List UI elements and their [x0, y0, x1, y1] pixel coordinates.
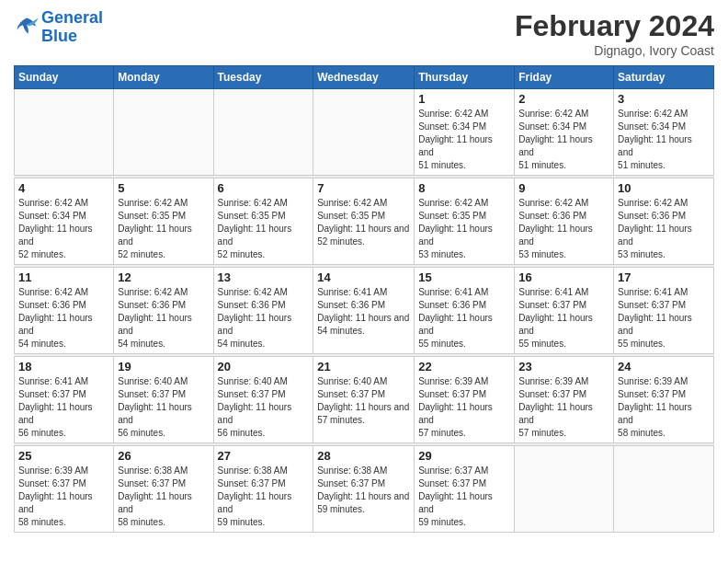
day-info: Sunrise: 6:37 AMSunset: 6:37 PMDaylight:…: [418, 465, 510, 529]
calendar-week-row: 25Sunrise: 6:39 AMSunset: 6:37 PMDayligh…: [15, 446, 714, 533]
day-number: 26: [118, 449, 209, 463]
day-info: Sunrise: 6:39 AMSunset: 6:37 PMDaylight:…: [18, 465, 109, 529]
col-monday: Monday: [114, 66, 213, 89]
title-block: February 2024 Dignago, Ivory Coast: [515, 9, 714, 58]
calendar-cell: [15, 89, 114, 176]
day-info: Sunrise: 6:42 AMSunset: 6:34 PMDaylight:…: [518, 108, 609, 172]
day-number: 17: [618, 270, 710, 284]
day-info: Sunrise: 6:42 AMSunset: 6:34 PMDaylight:…: [618, 108, 710, 172]
day-number: 19: [118, 360, 209, 373]
day-number: 22: [418, 360, 510, 373]
calendar-cell: 2Sunrise: 6:42 AMSunset: 6:34 PMDaylight…: [515, 89, 614, 176]
col-wednesday: Wednesday: [313, 66, 415, 89]
day-number: 21: [317, 360, 410, 373]
calendar-cell: 18Sunrise: 6:41 AMSunset: 6:37 PMDayligh…: [15, 357, 114, 443]
calendar-week-row: 4Sunrise: 6:42 AMSunset: 6:34 PMDaylight…: [15, 178, 714, 265]
day-info: Sunrise: 6:42 AMSunset: 6:36 PMDaylight:…: [18, 286, 109, 350]
day-info: Sunrise: 6:38 AMSunset: 6:37 PMDaylight:…: [317, 465, 410, 516]
day-number: 6: [218, 181, 310, 195]
calendar-cell: 27Sunrise: 6:38 AMSunset: 6:37 PMDayligh…: [213, 446, 313, 533]
day-number: 29: [418, 449, 510, 463]
calendar-cell: 14Sunrise: 6:41 AMSunset: 6:36 PMDayligh…: [313, 268, 415, 354]
calendar-cell: [213, 89, 313, 176]
day-info: Sunrise: 6:42 AMSunset: 6:36 PMDaylight:…: [118, 286, 209, 350]
calendar-cell: 28Sunrise: 6:38 AMSunset: 6:37 PMDayligh…: [313, 446, 415, 533]
day-info: Sunrise: 6:39 AMSunset: 6:37 PMDaylight:…: [418, 375, 510, 440]
day-number: 11: [18, 270, 109, 284]
calendar-cell: 6Sunrise: 6:42 AMSunset: 6:35 PMDaylight…: [213, 178, 313, 265]
calendar-week-row: 11Sunrise: 6:42 AMSunset: 6:36 PMDayligh…: [15, 268, 714, 354]
calendar-cell: 3Sunrise: 6:42 AMSunset: 6:34 PMDaylight…: [614, 89, 714, 176]
day-number: 13: [218, 270, 310, 284]
day-info: Sunrise: 6:38 AMSunset: 6:37 PMDaylight:…: [218, 465, 310, 529]
day-info: Sunrise: 6:40 AMSunset: 6:37 PMDaylight:…: [218, 375, 310, 440]
calendar-cell: 25Sunrise: 6:39 AMSunset: 6:37 PMDayligh…: [15, 446, 114, 533]
calendar-cell: 29Sunrise: 6:37 AMSunset: 6:37 PMDayligh…: [415, 446, 515, 533]
day-number: 1: [418, 92, 510, 106]
calendar-week-row: 18Sunrise: 6:41 AMSunset: 6:37 PMDayligh…: [15, 357, 714, 443]
day-number: 27: [218, 449, 310, 463]
logo-text: GeneralBlue: [41, 9, 103, 46]
day-number: 18: [18, 360, 109, 373]
calendar-cell: 10Sunrise: 6:42 AMSunset: 6:36 PMDayligh…: [614, 178, 714, 265]
col-sunday: Sunday: [15, 66, 114, 89]
day-info: Sunrise: 6:41 AMSunset: 6:37 PMDaylight:…: [618, 286, 710, 350]
day-number: 24: [618, 360, 710, 373]
col-friday: Friday: [515, 66, 614, 89]
calendar-cell: 26Sunrise: 6:38 AMSunset: 6:37 PMDayligh…: [114, 446, 213, 533]
day-info: Sunrise: 6:41 AMSunset: 6:37 PMDaylight:…: [518, 286, 609, 350]
calendar-cell: 5Sunrise: 6:42 AMSunset: 6:35 PMDaylight…: [114, 178, 213, 265]
day-info: Sunrise: 6:41 AMSunset: 6:37 PMDaylight:…: [18, 375, 109, 440]
day-number: 5: [118, 181, 209, 195]
logo-bird-icon: [14, 15, 40, 40]
day-number: 3: [618, 92, 710, 106]
calendar-cell: 19Sunrise: 6:40 AMSunset: 6:37 PMDayligh…: [114, 357, 213, 443]
day-info: Sunrise: 6:40 AMSunset: 6:37 PMDaylight:…: [317, 375, 410, 427]
calendar-cell: 16Sunrise: 6:41 AMSunset: 6:37 PMDayligh…: [515, 268, 614, 354]
day-info: Sunrise: 6:42 AMSunset: 6:35 PMDaylight:…: [218, 197, 310, 261]
day-info: Sunrise: 6:42 AMSunset: 6:35 PMDaylight:…: [418, 197, 510, 261]
calendar-cell: 24Sunrise: 6:39 AMSunset: 6:37 PMDayligh…: [614, 357, 714, 443]
calendar-cell: 12Sunrise: 6:42 AMSunset: 6:36 PMDayligh…: [114, 268, 213, 354]
logo: GeneralBlue: [14, 9, 103, 46]
page-subtitle: Dignago, Ivory Coast: [515, 43, 714, 58]
calendar-cell: 7Sunrise: 6:42 AMSunset: 6:35 PMDaylight…: [313, 178, 415, 265]
calendar-header-row: Sunday Monday Tuesday Wednesday Thursday…: [15, 66, 714, 89]
calendar-cell: 1Sunrise: 6:42 AMSunset: 6:34 PMDaylight…: [415, 89, 515, 176]
day-info: Sunrise: 6:42 AMSunset: 6:36 PMDaylight:…: [518, 197, 609, 261]
calendar-cell: 15Sunrise: 6:41 AMSunset: 6:36 PMDayligh…: [415, 268, 515, 354]
day-number: 8: [418, 181, 510, 195]
day-number: 9: [518, 181, 609, 195]
day-number: 14: [317, 270, 410, 284]
day-info: Sunrise: 6:42 AMSunset: 6:35 PMDaylight:…: [317, 197, 410, 248]
calendar-cell: 13Sunrise: 6:42 AMSunset: 6:36 PMDayligh…: [213, 268, 313, 354]
calendar-cell: 21Sunrise: 6:40 AMSunset: 6:37 PMDayligh…: [313, 357, 415, 443]
day-info: Sunrise: 6:41 AMSunset: 6:36 PMDaylight:…: [418, 286, 510, 350]
day-info: Sunrise: 6:39 AMSunset: 6:37 PMDaylight:…: [618, 375, 710, 440]
day-number: 23: [518, 360, 609, 373]
day-info: Sunrise: 6:41 AMSunset: 6:36 PMDaylight:…: [317, 286, 410, 338]
day-number: 28: [317, 449, 410, 463]
day-info: Sunrise: 6:42 AMSunset: 6:34 PMDaylight:…: [18, 197, 109, 261]
calendar-cell: 17Sunrise: 6:41 AMSunset: 6:37 PMDayligh…: [614, 268, 714, 354]
day-info: Sunrise: 6:42 AMSunset: 6:35 PMDaylight:…: [118, 197, 209, 261]
day-info: Sunrise: 6:42 AMSunset: 6:36 PMDaylight:…: [618, 197, 710, 261]
calendar-week-row: 1Sunrise: 6:42 AMSunset: 6:34 PMDaylight…: [15, 89, 714, 176]
calendar-cell: [515, 446, 614, 533]
day-number: 2: [518, 92, 609, 106]
day-info: Sunrise: 6:39 AMSunset: 6:37 PMDaylight:…: [518, 375, 609, 440]
day-number: 16: [518, 270, 609, 284]
calendar-cell: [614, 446, 714, 533]
day-info: Sunrise: 6:40 AMSunset: 6:37 PMDaylight:…: [118, 375, 209, 440]
page-title: February 2024: [515, 9, 714, 43]
day-info: Sunrise: 6:42 AMSunset: 6:34 PMDaylight:…: [418, 108, 510, 172]
page-container: GeneralBlue February 2024 Dignago, Ivory…: [0, 0, 728, 542]
calendar-cell: 8Sunrise: 6:42 AMSunset: 6:35 PMDaylight…: [415, 178, 515, 265]
day-number: 20: [218, 360, 310, 373]
calendar-cell: [313, 89, 415, 176]
day-number: 10: [618, 181, 710, 195]
calendar-cell: 4Sunrise: 6:42 AMSunset: 6:34 PMDaylight…: [15, 178, 114, 265]
calendar-cell: 22Sunrise: 6:39 AMSunset: 6:37 PMDayligh…: [415, 357, 515, 443]
col-thursday: Thursday: [415, 66, 515, 89]
day-number: 15: [418, 270, 510, 284]
